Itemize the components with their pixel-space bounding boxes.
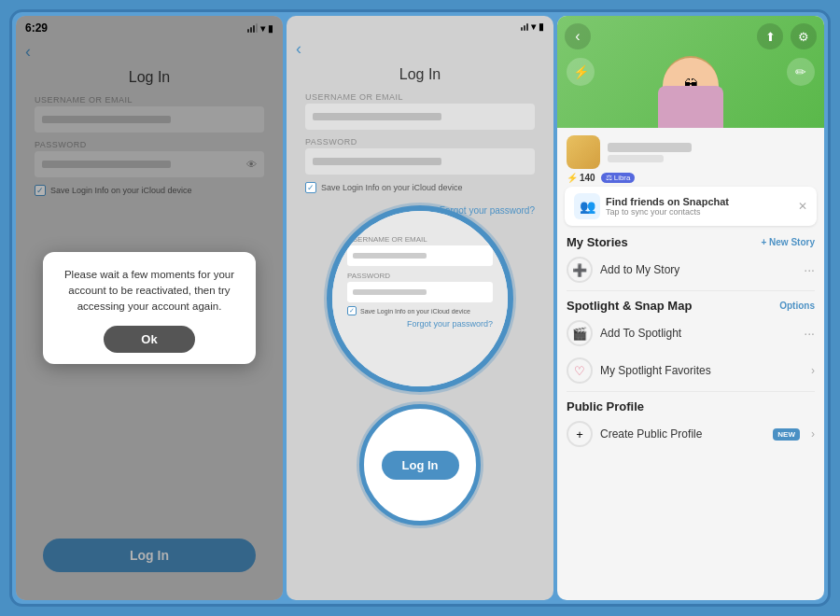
magnify-inner: USERNAME OR EMAIL PASSWORD ✓ Save Login … [332,211,508,386]
profile-username-bar [608,155,664,162]
settings-icon[interactable]: ⚙ [791,23,817,49]
divider-1 [567,290,815,291]
form-area-2: USERNAME OR EMAIL PASSWORD ✓ Save Login … [287,92,553,217]
my-stories-title: My Stories [567,235,628,249]
magnify-login-circle: Log In [359,404,481,525]
new-story-button[interactable]: + New Story [761,237,815,247]
public-profile-icon: + [567,421,593,447]
mag-password-label: PASSWORD [347,272,493,280]
profile-info: ⚡ 140 ⚖ Libra [557,128,824,183]
back-arrow-2[interactable]: ‹ [296,39,301,59]
spotlight-header: Spotlight & Snap Map Options [557,293,824,315]
alert-dialog: Please wait a few moments for your accou… [43,252,257,365]
snap-score-icon[interactable]: ⚡ [567,58,595,86]
my-stories-header: My Stories + New Story [557,230,824,251]
save-login-checkbox-2[interactable]: ✓ [305,182,316,193]
zodiac-icon: ⚖ [606,174,612,182]
alert-ok-button[interactable]: Ok [104,326,194,353]
profile-name-bar [608,143,692,152]
spotlight-favorites-arrow: › [811,364,815,377]
snap-score-emoji: ⚡ [567,173,578,183]
nav-bar-2: ‹ [287,35,553,63]
public-profile-arrow: › [811,427,815,441]
panel-title-2: Log In [287,66,553,83]
public-profile-header: Public Profile [557,394,824,415]
stats-row: ⚡ 140 ⚖ Libra [567,173,815,183]
share-icon[interactable]: ⬆ [757,23,783,49]
alert-overlay: Please wait a few moments for your accou… [16,16,283,600]
zodiac-label: Libra [614,174,631,182]
mag-username-label: USERNAME OR EMAIL [347,235,493,244]
avatar-bitmoji: 🕶 [649,30,733,128]
new-badge: NEW [773,428,800,441]
save-login-row-2: ✓ Save Login Info on your iCloud device [305,182,535,193]
snap-score-stat[interactable]: ⚡ 140 [567,173,595,183]
panel-profile: ‹ ⬆ ⚙ 🕶 ✏ ⚡ [557,16,824,600]
public-profile-title: Public Profile [567,399,644,413]
panel-login-magnify: ▾ ▮ ‹ Log In USERNAME OR EMAIL PASSWORD … [287,16,553,600]
add-to-spotlight-label: Add To Spotlight [600,327,796,340]
username-label-2: USERNAME OR EMAIL [305,92,535,102]
save-login-label-2: Save Login Info on your iCloud device [321,183,463,192]
create-public-profile-item[interactable]: + Create Public Profile NEW › [557,415,824,453]
spotlight-options-button[interactable]: Options [779,301,815,311]
profile-name-row [567,135,815,169]
mag-username-field[interactable] [347,245,493,266]
status-icons-2: ▾ ▮ [521,21,544,32]
spotlight-add-icon: 🎬 [567,320,593,346]
mag-save-label: Save Login Info on your iCloud device [360,308,470,315]
spotlight-dots: ··· [804,326,815,341]
mag-forgot-link[interactable]: Forgot your password? [347,319,493,329]
alert-btn-area: Ok [56,326,244,353]
signal-icon-2 [521,23,528,31]
top-icons-3: ⬆ ⚙ [757,23,817,49]
add-to-spotlight-item[interactable]: 🎬 Add To Spotlight ··· [557,315,824,352]
battery-icon-2: ▮ [539,21,544,32]
wifi-icon-2: ▾ [531,21,536,32]
find-friends-title: Find friends on Snapchat [606,196,798,207]
snap-score-value: 140 [580,173,595,183]
find-friends-icon: 👥 [574,193,600,219]
spotlight-favorites-icon: ♡ [567,357,593,384]
find-friends-text: Find friends on Snapchat Tap to sync you… [606,196,798,217]
magnify-form-circle: USERNAME OR EMAIL PASSWORD ✓ Save Login … [327,205,513,392]
avatar-header: ‹ ⬆ ⚙ 🕶 ✏ ⚡ [557,16,824,128]
add-to-story-label: Add to My Story [600,263,796,276]
back-button-3[interactable]: ‹ [565,23,591,49]
alert-text: Please wait a few moments for your accou… [56,267,244,315]
password-field-2[interactable] [305,148,535,175]
username-field-2[interactable] [305,104,535,130]
spotlight-favorites-item[interactable]: ♡ My Spotlight Favorites › [557,352,824,389]
login-button-magnified[interactable]: Log In [382,451,459,480]
divider-2 [567,391,815,392]
spotlight-title: Spotlight & Snap Map [567,299,692,313]
find-friends-subtitle: Tap to sync your contacts [606,207,798,217]
status-bar-2: ▾ ▮ [287,16,553,35]
panel-login-alert: 6:29 ▾ ▮ ‹ Log In USERNAME OR EMAIL PASS… [16,16,283,600]
password-label-2: PASSWORD [305,137,535,147]
mag-save-checkbox[interactable]: ✓ [347,306,357,315]
spotlight-favorites-label: My Spotlight Favorites [600,364,804,377]
edit-bitmoji-icon[interactable]: ✏ [787,58,815,86]
profile-avatar-small[interactable] [567,135,600,169]
profile-name-block [608,143,692,162]
mag-password-field[interactable] [347,282,493,302]
add-to-story-item[interactable]: ➕ Add to My Story ··· [557,251,824,288]
close-banner-button[interactable]: ✕ [798,200,807,213]
add-story-dots: ··· [804,262,815,277]
add-story-icon: ➕ [567,257,593,283]
create-public-profile-label: Create Public Profile [600,427,765,441]
zodiac-badge[interactable]: ⚖ Libra [601,173,636,183]
find-friends-banner[interactable]: 👥 Find friends on Snapchat Tap to sync y… [565,187,817,226]
bitmoji-body [658,86,723,128]
